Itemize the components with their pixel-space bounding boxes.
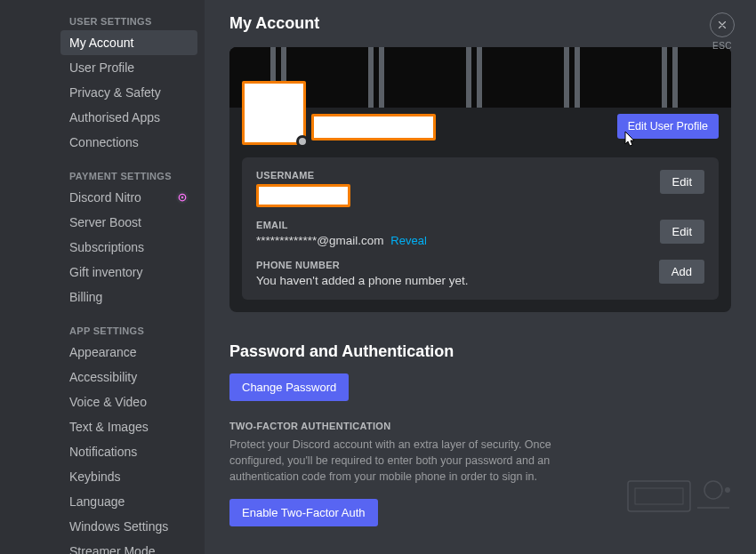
- sidebar-heading-app: APP SETTINGS: [60, 320, 197, 340]
- sidebar-item-label: My Account: [69, 36, 133, 50]
- close-label: ESC: [710, 41, 735, 51]
- sidebar-item-privacy-safety[interactable]: Privacy & Safety: [60, 80, 197, 105]
- display-name-redacted: [311, 114, 436, 141]
- sidebar-item-text-images[interactable]: Text & Images: [60, 414, 197, 439]
- email-masked: *************@gmail.com: [256, 234, 384, 247]
- sidebar-item-label: Keybinds: [69, 470, 121, 484]
- content-area: ESC My Account Edit User Profile USERNAM…: [205, 0, 756, 554]
- profile-row: Edit User Profile: [229, 108, 731, 157]
- sidebar-item-windows-settings[interactable]: Windows Settings: [60, 514, 197, 539]
- sidebar-item-authorised-apps[interactable]: Authorised Apps: [60, 105, 197, 130]
- sidebar-item-label: User Profile: [69, 60, 134, 75]
- sidebar-item-server-boost[interactable]: Server Boost: [60, 210, 197, 235]
- field-email: EMAIL *************@gmail.com Reveal Edi…: [256, 220, 704, 247]
- sidebar-item-discord-nitro[interactable]: Discord Nitro: [60, 185, 197, 210]
- sidebar-item-appearance[interactable]: Appearance: [60, 340, 197, 365]
- sidebar-item-label: Server Boost: [69, 215, 141, 229]
- email-value: *************@gmail.com Reveal: [256, 234, 660, 247]
- sidebar-item-label: Accessibility: [69, 370, 137, 384]
- left-gutter: [0, 0, 53, 554]
- edit-user-profile-button[interactable]: Edit User Profile: [617, 114, 719, 139]
- sidebar-item-notifications[interactable]: Notifications: [60, 439, 197, 464]
- change-password-button[interactable]: Change Password: [229, 373, 349, 401]
- password-auth-title: Password and Authentication: [229, 342, 731, 361]
- sidebar-item-label: Connections: [69, 135, 139, 149]
- sidebar-item-user-profile[interactable]: User Profile: [60, 55, 197, 80]
- sidebar-item-label: Privacy & Safety: [69, 85, 161, 100]
- nitro-icon: [176, 191, 189, 204]
- sidebar-item-keybinds[interactable]: Keybinds: [60, 464, 197, 489]
- sidebar-item-language[interactable]: Language: [60, 489, 197, 514]
- sidebar-item-label: Authorised Apps: [69, 110, 160, 124]
- close-wrapper: ESC: [710, 12, 735, 51]
- sidebar-item-accessibility[interactable]: Accessibility: [60, 365, 197, 389]
- avatar[interactable]: [242, 81, 306, 145]
- sidebar-item-label: Windows Settings: [69, 519, 168, 534]
- edit-email-button[interactable]: Edit: [660, 220, 704, 244]
- sidebar-item-my-account[interactable]: My Account: [60, 30, 197, 55]
- page-title: My Account: [229, 14, 731, 33]
- enable-twofa-button[interactable]: Enable Two-Factor Auth: [229, 499, 378, 526]
- phone-label: PHONE NUMBER: [256, 260, 659, 270]
- phone-value: You haven't added a phone number yet.: [256, 274, 659, 287]
- svg-point-5: [725, 487, 730, 493]
- twofa-heading: TWO-FACTOR AUTHENTICATION: [229, 421, 731, 431]
- svg-rect-3: [635, 488, 683, 504]
- svg-point-1: [181, 197, 184, 199]
- sidebar-item-label: Language: [69, 494, 125, 509]
- sidebar-item-label: Discord Nitro: [69, 190, 141, 205]
- account-fields: USERNAME Edit EMAIL *************@gmail.…: [242, 157, 719, 300]
- sidebar-item-streamer-mode[interactable]: Streamer Mode: [60, 539, 197, 554]
- sidebar-item-label: Gift inventory: [69, 265, 142, 279]
- sidebar-heading-user: USER SETTINGS: [60, 11, 197, 30]
- svg-point-4: [704, 481, 722, 499]
- sidebar-item-label: Streamer Mode: [69, 544, 155, 554]
- sidebar-item-voice-video[interactable]: Voice & Video: [60, 389, 197, 414]
- sidebar-item-label: Appearance: [69, 345, 137, 359]
- username-value-redacted: [256, 184, 350, 207]
- sidebar-item-connections[interactable]: Connections: [60, 130, 197, 155]
- sidebar-item-label: Subscriptions: [69, 240, 144, 254]
- sidebar-item-billing[interactable]: Billing: [60, 285, 197, 309]
- email-label: EMAIL: [256, 220, 660, 230]
- close-icon: [716, 19, 728, 31]
- close-button[interactable]: [710, 12, 735, 37]
- svg-rect-2: [628, 481, 690, 511]
- sidebar-item-gift-inventory[interactable]: Gift inventory: [60, 260, 197, 285]
- sidebar-item-label: Text & Images: [69, 420, 149, 434]
- add-phone-button[interactable]: Add: [659, 260, 704, 284]
- sidebar-item-label: Billing: [69, 290, 102, 304]
- sidebar-item-label: Notifications: [69, 445, 137, 459]
- username-label: USERNAME: [256, 170, 660, 181]
- twofa-illustration-icon: [626, 472, 733, 517]
- sidebar-heading-payment: PAYMENT SETTINGS: [60, 165, 197, 185]
- sidebar-item-subscriptions[interactable]: Subscriptions: [60, 235, 197, 260]
- account-card: Edit User Profile USERNAME Edit EMAIL **…: [229, 47, 731, 312]
- status-indicator-icon: [296, 135, 309, 148]
- reveal-email-link[interactable]: Reveal: [390, 234, 426, 247]
- twofa-description: Protect your Discord account with an ext…: [229, 437, 585, 485]
- sidebar-item-label: Voice & Video: [69, 395, 147, 409]
- field-phone: PHONE NUMBER You haven't added a phone n…: [256, 260, 704, 287]
- settings-sidebar: USER SETTINGS My Account User Profile Pr…: [53, 0, 205, 554]
- field-username: USERNAME Edit: [256, 170, 704, 207]
- edit-username-button[interactable]: Edit: [660, 170, 704, 194]
